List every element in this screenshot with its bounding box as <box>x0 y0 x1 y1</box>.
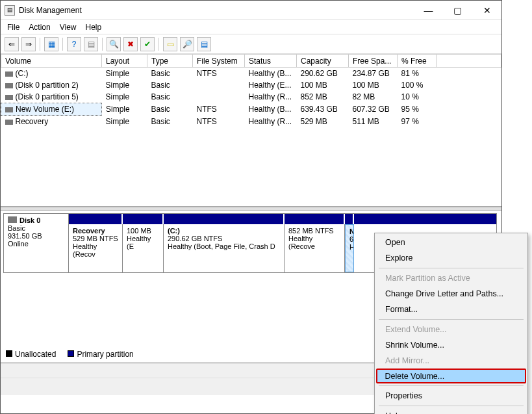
titlebar: ▤ Disk Management — ▢ ✕ <box>1 1 501 20</box>
partition[interactable]: Recovery529 MB NTFSHealthy (Recov <box>69 224 123 272</box>
partition-status: Healthy (Recove <box>288 235 340 250</box>
partition[interactable]: N6H <box>345 224 354 272</box>
forward-button[interactable]: ⇒ <box>21 37 36 51</box>
partition[interactable]: 100 MBHealthy (E <box>123 224 164 272</box>
col-free[interactable]: Free Spa... <box>349 55 398 68</box>
disk-status: Online <box>8 240 64 248</box>
check-button[interactable]: ✔ <box>140 37 155 51</box>
menu-action[interactable]: Action <box>29 23 50 32</box>
back-button[interactable]: ⇐ <box>5 37 19 51</box>
strip-segment <box>345 214 354 224</box>
ctx-separator <box>379 268 524 268</box>
delete-button[interactable]: ✖ <box>123 37 138 51</box>
disk-header[interactable]: Disk 0 Basic 931.50 GB Online <box>4 214 69 272</box>
new-button[interactable]: ▭ <box>163 37 177 51</box>
table-row[interactable]: (C:)SimpleBasicNTFSHealthy (B...290.62 G… <box>1 68 501 80</box>
ctx-extend: Extend Volume... <box>376 322 526 337</box>
partition-size: 529 MB NTFS <box>73 235 118 242</box>
volume-name-cell: New Volume (E:) <box>1 103 102 116</box>
col-capacity[interactable]: Capacity <box>297 55 349 68</box>
disk-type: Basic <box>8 224 64 232</box>
col-volume[interactable]: Volume <box>1 55 102 68</box>
properties-button[interactable]: 🔍 <box>107 37 121 51</box>
volume-name-cell: (C:) <box>1 68 102 80</box>
cell: 607.32 GB <box>349 103 398 116</box>
ctx-separator <box>379 319 524 320</box>
ctx-shrink[interactable]: Shrink Volume... <box>376 337 526 353</box>
ctx-help[interactable]: Help <box>376 408 526 414</box>
primary-swatch <box>68 350 74 357</box>
disk-size: 931.50 GB <box>8 232 64 240</box>
separator <box>62 38 63 51</box>
cell: Simple <box>102 116 147 128</box>
cell: 852 MB <box>297 91 349 103</box>
ctx-open[interactable]: Open <box>376 235 526 250</box>
table-row[interactable]: New Volume (E:)SimpleBasicNTFSHealthy (B… <box>1 103 501 116</box>
close-button[interactable]: ✕ <box>472 1 501 19</box>
volume-icon <box>5 83 13 88</box>
help-button[interactable]: ? <box>67 37 81 51</box>
cell: Healthy (B... <box>245 103 297 116</box>
cell: Simple <box>102 79 147 91</box>
cell: 511 MB <box>349 116 398 128</box>
cell: NTFS <box>193 103 245 116</box>
volume-list[interactable]: Volume Layout Type File System Status Ca… <box>1 54 501 207</box>
table-row[interactable]: RecoverySimpleBasicNTFSHealthy (R...529 … <box>1 116 501 128</box>
ctx-change-letter[interactable]: Change Drive Letter and Paths... <box>376 286 526 302</box>
legend-primary: Primary partition <box>68 350 133 359</box>
legend-unallocated: Unallocated <box>6 350 56 359</box>
strip-segment <box>164 214 285 224</box>
cell: Simple <box>102 68 147 80</box>
cell: 290.62 GB <box>297 68 349 80</box>
minimize-button[interactable]: — <box>414 1 443 19</box>
volume-name-cell: (Disk 0 partition 2) <box>1 79 102 91</box>
cell: Healthy (E... <box>245 79 297 91</box>
cell: Basic <box>147 103 193 116</box>
ctx-explore[interactable]: Explore <box>376 250 526 266</box>
table-row[interactable]: (Disk 0 partition 2)SimpleBasicHealthy (… <box>1 79 501 91</box>
volume-icon <box>5 95 13 100</box>
cell <box>193 79 245 91</box>
partition-size: 100 MB <box>127 227 159 235</box>
cell: Healthy (R... <box>245 91 297 103</box>
strip-segment <box>285 214 345 224</box>
window-controls: — ▢ ✕ <box>414 1 501 19</box>
col-layout[interactable]: Layout <box>102 55 147 68</box>
partition[interactable]: (C:)290.62 GB NTFSHealthy (Boot, Page Fi… <box>164 224 285 272</box>
strip-segment <box>69 214 123 224</box>
col-status[interactable]: Status <box>245 55 297 68</box>
menu-view[interactable]: View <box>60 23 77 32</box>
cell: 100 MB <box>297 79 349 91</box>
table-row[interactable]: (Disk 0 partition 5)SimpleBasicHealthy (… <box>1 91 501 103</box>
list-button[interactable]: ▤ <box>197 37 211 51</box>
maximize-button[interactable]: ▢ <box>443 1 472 19</box>
col-spacer <box>437 55 501 68</box>
volume-icon <box>5 120 13 125</box>
ctx-properties[interactable]: Properties <box>376 388 526 404</box>
strip-segment <box>123 214 164 224</box>
cell: Simple <box>102 91 147 103</box>
cell: 100 % <box>398 79 437 91</box>
window-title: Disk Management <box>19 6 414 15</box>
ctx-delete-volume[interactable]: Delete Volume... <box>376 369 526 383</box>
col-type[interactable]: Type <box>147 55 193 68</box>
cell: 10 % <box>398 91 437 103</box>
volume-table: Volume Layout Type File System Status Ca… <box>1 54 501 127</box>
cell <box>193 91 245 103</box>
cell: 97 % <box>398 116 437 128</box>
partition[interactable]: 852 MB NTFSHealthy (Recove <box>285 224 345 272</box>
ctx-separator <box>379 385 524 386</box>
settings-button[interactable]: ▤ <box>84 37 98 51</box>
col-pct[interactable]: % Free <box>398 55 437 68</box>
show-hide-tree-button[interactable]: ▦ <box>44 37 58 51</box>
menu-file[interactable]: File <box>7 23 19 32</box>
cell: 234.87 GB <box>349 68 398 80</box>
menu-help[interactable]: Help <box>86 23 102 32</box>
cell: Basic <box>147 116 193 128</box>
ctx-format[interactable]: Format... <box>376 302 526 317</box>
volume-icon <box>5 107 13 112</box>
explorer-button[interactable]: 🔎 <box>180 37 194 51</box>
cell: 100 MB <box>349 79 398 91</box>
disk-icon <box>8 216 17 223</box>
col-fs[interactable]: File System <box>193 55 245 68</box>
